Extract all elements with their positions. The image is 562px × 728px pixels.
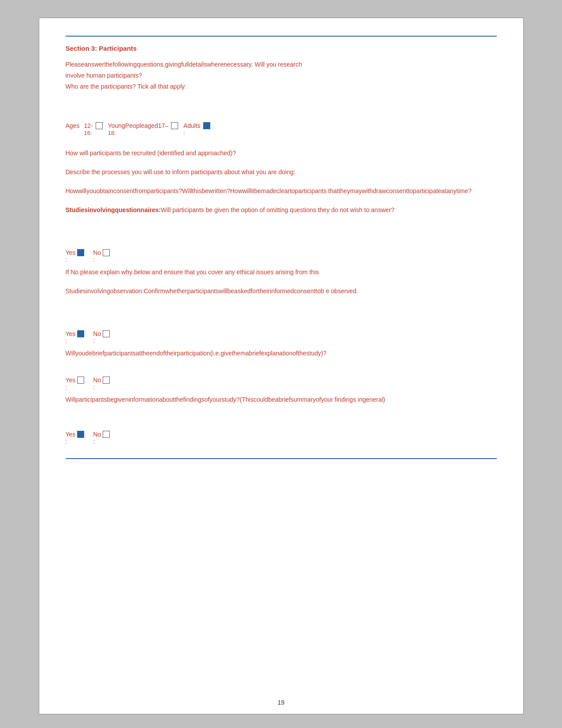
yes-label-2: Yes [66,330,76,337]
yes-no-row-3: Yes : No : [66,377,497,391]
questionnaires-rest: Will participants be given the option of… [161,206,395,213]
no-checkbox-4[interactable] [103,431,110,438]
debrief-q: Willyoudebriefparticipantsattheendofthei… [66,349,497,358]
no-label-4: No [93,431,101,438]
findings-q: Willparticipantsbegiveninformationaboutt… [66,395,497,404]
yes-item-2: Yes : [66,330,86,344]
age-top-2: YoungPeopleaged17– [108,122,179,129]
page-container: Section 3: Participants Pleaseanswerthef… [39,18,524,714]
questionnaires-bold: Studiesinvolvingquestionnaires: [66,206,161,213]
no-colon-3: : [93,384,95,391]
recruitment-q: How will participants be recruited (iden… [66,149,497,158]
no-label-2: No [93,330,101,337]
section-title: Section 3: Participants [66,45,497,52]
no-checkbox-2[interactable] [103,330,110,337]
age1-bottom-label: 16: [84,130,92,136]
consent-q: Howwillyouobtainconsentfromparticipants?… [66,187,497,196]
yes-item-1: Yes : [66,249,86,263]
yes-no-row-1: Yes : No : [66,249,497,263]
yes-colon-4: : [66,438,67,445]
no-top-2: No [93,330,111,337]
yes-top-3: Yes [66,377,86,384]
no-top-4: No [93,431,111,438]
age3-top-label: Adults [183,122,201,129]
yes-checkbox-1[interactable] [77,249,84,256]
no-label-3: No [93,377,101,384]
no-item-2: No : [93,330,111,344]
age3-checkbox[interactable] [203,122,210,129]
yes-colon-2: : [66,337,67,344]
intro-line2: involve human participants? [66,71,497,80]
yes-checkbox-3[interactable] [77,377,84,384]
yes-colon-1: : [66,256,67,263]
no-item-1: No : [93,249,111,263]
yes-checkbox-4[interactable] [77,431,84,438]
no-colon-2: : [93,337,95,344]
yes-no-row-4: Yes : No : [66,431,497,445]
no-checkbox-1[interactable] [103,249,110,256]
page-number: 19 [39,699,523,706]
questionnaires-q: Studiesinvolvingquestionnaires:Will part… [66,205,497,215]
no-colon-1: : [93,256,95,263]
yes-label-4: Yes [66,431,76,438]
ages-label: Ages [66,122,80,129]
yes-colon-3: : [66,384,67,391]
bottom-border [66,458,497,459]
age1-checkbox[interactable] [96,122,103,129]
age1-top-label: 12- [84,122,93,129]
yes-top-4: Yes [66,431,86,438]
observation-q: Studiesinvolvingobservation:Confirmwheth… [66,287,497,296]
age2-bottom-label: 18: [108,130,116,136]
yes-item-3: Yes : [66,377,86,391]
processes-q: Describe the processes you will use to i… [66,168,497,177]
no-label-1: No [93,249,101,256]
if-no-explain: If No please explain why below and ensur… [66,268,497,277]
intro-line1: Pleaseanswerthefollowingquestions,giving… [66,60,497,69]
age-group-1: 12- 16: [84,122,103,136]
no-colon-4: : [93,438,95,445]
age-group-3: Adults : [183,122,211,136]
no-top-1: No [93,249,111,256]
yes-top-2: Yes [66,330,86,337]
yes-item-4: Yes : [66,431,86,445]
no-top-3: No [93,377,111,384]
no-item-4: No : [93,431,111,445]
age2-top-label: YoungPeopleaged17– [108,122,168,129]
yes-no-row-2: Yes : No : [66,330,497,344]
intro-line3: Who are the participants? Tick all that … [66,82,497,91]
no-checkbox-3[interactable] [103,377,110,384]
yes-label-3: Yes [66,377,76,384]
age2-checkbox[interactable] [171,122,178,129]
age-top-1: 12- [84,122,103,129]
top-border [66,36,497,37]
yes-checkbox-2[interactable] [77,330,84,337]
yes-label-1: Yes [66,249,76,256]
age-top-3: Adults [183,122,211,129]
ages-row: Ages 12- 16: YoungPeopleaged17– 18: Adul… [66,122,497,136]
age3-bottom-label: : [183,130,185,136]
age-group-2: YoungPeopleaged17– 18: [108,122,179,136]
no-item-3: No : [93,377,111,391]
yes-top-1: Yes [66,249,86,256]
